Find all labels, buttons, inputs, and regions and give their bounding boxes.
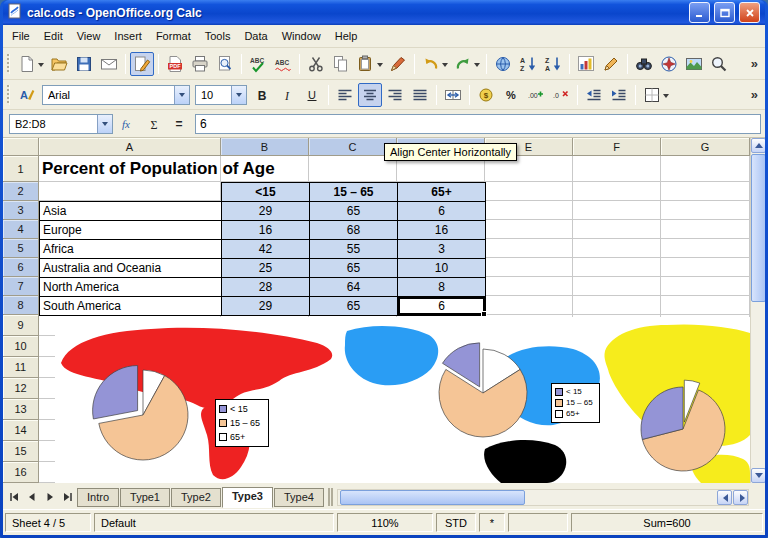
cell-B7[interactable]: 28 <box>222 278 310 297</box>
del-decimal-icon[interactable]: .0 <box>549 83 573 107</box>
tab-nav-prev-icon[interactable] <box>23 489 40 506</box>
cell-A2[interactable] <box>40 183 222 202</box>
sheet-tab-type1[interactable]: Type1 <box>120 488 170 507</box>
embedded-chart[interactable]: < 1515 – 6565+< 1515 – 6565+ <box>55 317 750 483</box>
cell-D5[interactable]: 3 <box>398 240 486 259</box>
vertical-scroll-thumb[interactable] <box>751 154 765 302</box>
align-right-icon[interactable] <box>383 83 407 107</box>
find-icon[interactable] <box>632 52 656 76</box>
menu-edit[interactable]: Edit <box>37 27 70 45</box>
name-box[interactable]: B2:D8 <box>9 114 113 134</box>
vertical-scrollbar[interactable] <box>750 138 765 483</box>
toolbar-overflow-icon[interactable]: » <box>746 56 763 71</box>
cell-A6[interactable]: Australia and Oceania <box>40 259 222 278</box>
sum-icon[interactable]: Σ <box>142 112 166 136</box>
column-header-G[interactable]: G <box>661 138 750 156</box>
copy-icon[interactable] <box>329 52 353 76</box>
column-header-A[interactable]: A <box>39 138 221 156</box>
maximize-button[interactable] <box>714 2 735 23</box>
row-header-16[interactable]: 16 <box>3 462 39 483</box>
cell-D2[interactable]: 65+ <box>398 183 486 202</box>
row-header-2[interactable]: 2 <box>3 182 39 201</box>
navigator-icon[interactable] <box>657 52 681 76</box>
status-selection-mode[interactable]: STD <box>436 513 476 532</box>
status-sum[interactable]: Sum=600 <box>571 513 763 532</box>
redo-icon[interactable] <box>451 52 482 76</box>
cell-D3[interactable]: 6 <box>398 202 486 221</box>
sheet-tab-type3-active[interactable]: Type3 <box>222 487 273 508</box>
paste-icon[interactable] <box>354 52 385 76</box>
cell-B8[interactable]: 29 <box>222 297 310 316</box>
cell-B2[interactable]: <15 <box>222 183 310 202</box>
toolbar-grip[interactable] <box>7 54 10 74</box>
merge-cells-icon[interactable] <box>441 83 465 107</box>
cell-A3[interactable]: Asia <box>40 202 222 221</box>
row-header-5[interactable]: 5 <box>3 239 39 258</box>
edit-icon[interactable] <box>130 52 154 76</box>
preview-icon[interactable] <box>213 52 237 76</box>
sheet-tab-type2[interactable]: Type2 <box>171 488 221 507</box>
cell-A7[interactable]: North America <box>40 278 222 297</box>
font-size-combo[interactable]: 10 <box>195 85 247 105</box>
horizontal-scrollbar[interactable] <box>337 489 749 506</box>
chevron-down-icon[interactable] <box>663 94 669 101</box>
selection-fill-handle[interactable] <box>481 311 487 317</box>
hyperlink-icon[interactable] <box>491 52 515 76</box>
cell-C4[interactable]: 68 <box>310 221 398 240</box>
tab-splitter-handle[interactable] <box>328 488 333 506</box>
new-icon[interactable] <box>15 52 46 76</box>
menu-insert[interactable]: Insert <box>107 27 149 45</box>
bold-icon[interactable]: B <box>250 83 274 107</box>
row-header-8[interactable]: 8 <box>3 296 39 315</box>
menu-file[interactable]: File <box>5 27 37 45</box>
chevron-down-icon[interactable] <box>231 86 246 104</box>
tab-nav-next-icon[interactable] <box>41 489 58 506</box>
cell-B3[interactable]: 29 <box>222 202 310 221</box>
select-all-corner[interactable] <box>3 138 39 156</box>
scroll-up-icon[interactable] <box>751 138 765 153</box>
chevron-down-icon[interactable] <box>97 115 112 133</box>
cell-D7[interactable]: 8 <box>398 278 486 297</box>
email-icon[interactable] <box>97 52 121 76</box>
scroll-left-icon[interactable] <box>717 490 732 505</box>
menu-help[interactable]: Help <box>328 27 365 45</box>
row-header-7[interactable]: 7 <box>3 277 39 296</box>
menu-window[interactable]: Window <box>275 27 328 45</box>
sort-desc-icon[interactable]: ZA <box>541 52 565 76</box>
title-bar[interactable]: calc.ods - OpenOffice.org Calc <box>3 0 765 25</box>
draw-icon[interactable] <box>599 52 623 76</box>
percent-icon[interactable]: % <box>499 83 523 107</box>
menu-view[interactable]: View <box>70 27 108 45</box>
print-icon[interactable] <box>188 52 212 76</box>
zoom-icon[interactable] <box>707 52 731 76</box>
indent-dec-icon[interactable] <box>582 83 606 107</box>
row-header-1[interactable]: 1 <box>3 156 39 182</box>
underline-icon[interactable]: U <box>300 83 324 107</box>
minimize-button[interactable] <box>689 2 710 23</box>
cell-B5[interactable]: 42 <box>222 240 310 259</box>
row-header-6[interactable]: 6 <box>3 258 39 277</box>
cell-B4[interactable]: 16 <box>222 221 310 240</box>
fx-icon[interactable]: fx <box>117 112 141 136</box>
gallery-icon[interactable] <box>682 52 706 76</box>
row-header-9[interactable]: 9 <box>3 315 39 336</box>
cell-C6[interactable]: 65 <box>310 259 398 278</box>
cell-D4[interactable]: 16 <box>398 221 486 240</box>
styles-icon[interactable]: A <box>15 83 39 107</box>
undo-icon[interactable] <box>419 52 450 76</box>
autospellcheck-icon[interactable]: ABC <box>271 52 295 76</box>
row-header-15[interactable]: 15 <box>3 441 39 462</box>
cut-icon[interactable] <box>304 52 328 76</box>
align-center-icon[interactable] <box>358 83 382 107</box>
tab-nav-last-icon[interactable] <box>59 489 76 506</box>
open-icon[interactable] <box>47 52 71 76</box>
add-decimal-icon[interactable]: .00 <box>524 83 548 107</box>
cell-A8[interactable]: South America <box>40 297 222 316</box>
cell-D8-active[interactable]: 6 <box>398 297 486 316</box>
row-header-10[interactable]: 10 <box>3 336 39 357</box>
chevron-down-icon[interactable] <box>474 63 480 70</box>
toolbar-grip[interactable] <box>7 85 10 105</box>
cell-A4[interactable]: Europe <box>40 221 222 240</box>
spellcheck-icon[interactable]: ABC <box>246 52 270 76</box>
status-sheet-indicator[interactable]: Sheet 4 / 5 <box>5 513 91 532</box>
